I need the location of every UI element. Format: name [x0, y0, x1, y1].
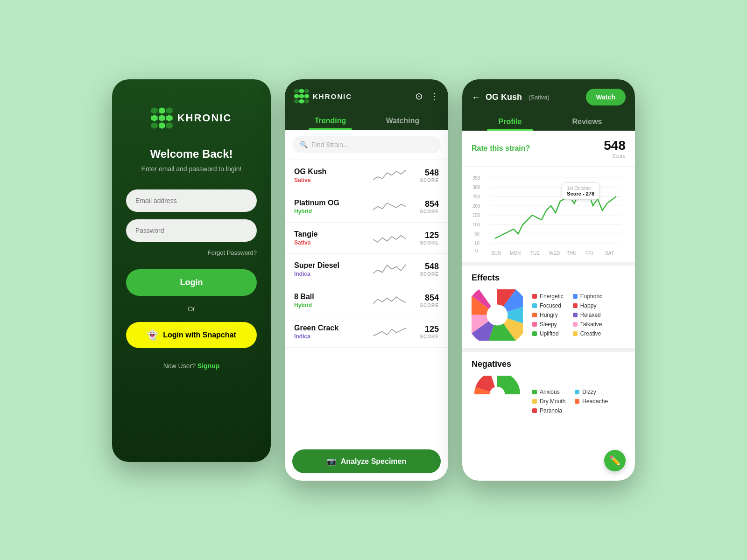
back-title: ← OG Kush (Sativa)	[472, 92, 550, 103]
legend-item: Dry Mouth	[532, 398, 565, 405]
search-bar-container: 🔍 Find Strain...	[285, 130, 448, 160]
analyze-specimen-button[interactable]: 📷 Analyze Specimen	[292, 449, 441, 473]
edit-fab-button[interactable]: ✏️	[604, 450, 626, 471]
strains-list: OG Kush Sativa 548 SCORE Platinum OG Hyb…	[285, 160, 448, 442]
tab-watching[interactable]: Watching	[366, 111, 439, 130]
list-item[interactable]: Green Crack Indica 125 SCORE	[285, 316, 448, 348]
trending-logo: KHRONIC	[294, 89, 352, 104]
legend-label: Headache	[582, 398, 608, 405]
back-arrow-icon[interactable]: ←	[472, 92, 481, 103]
score-label: SCORE	[413, 209, 439, 214]
strain-type: Hybrid	[294, 208, 366, 215]
legend-label: Creative	[580, 330, 601, 337]
welcome-title: Welcome Back!	[150, 147, 233, 161]
menu-icon[interactable]: ⋮	[430, 91, 439, 102]
line-chart-svg: 350 300 250 200 150 100 50 10 0 SUN MON	[470, 173, 627, 257]
hex-4	[151, 115, 158, 121]
legend-dot	[532, 390, 537, 394]
welcome-subtitle: Enter email and password to login!	[141, 165, 242, 173]
profile-screen: ← OG Kush (Sativa) Watch Profile Reviews…	[462, 79, 635, 481]
line-chart-container: 350 300 250 200 150 100 50 10 0 SUN MON	[470, 173, 627, 257]
score-display: 548 Score	[604, 138, 626, 159]
score-label: SCORE	[413, 272, 439, 277]
score-label: SCORE	[413, 240, 439, 245]
profile-header: ← OG Kush (Sativa) Watch Profile Reviews	[462, 79, 635, 131]
search-placeholder: Find Strain...	[311, 141, 348, 148]
strain-score: 548 SCORE	[413, 262, 439, 277]
header-icons: ⊙ ⋮	[415, 91, 439, 102]
strain-score: 854 SCORE	[413, 293, 439, 308]
negatives-section: Negatives	[462, 352, 635, 434]
list-item[interactable]: Super Diesel Indica 548 SCORE	[285, 254, 448, 285]
logo-hexagons	[151, 107, 173, 129]
hex-3	[166, 107, 173, 114]
strain-score: 854 SCORE	[413, 199, 439, 214]
password-field[interactable]	[126, 219, 257, 242]
legend-dot	[573, 331, 578, 336]
score-label: SCORE	[413, 178, 439, 183]
legend-dot	[532, 294, 537, 299]
legend-label: Talkative	[580, 321, 602, 328]
strain-type-badge: (Sativa)	[529, 94, 550, 101]
hex-8	[159, 122, 165, 129]
tab-profile[interactable]: Profile	[472, 112, 549, 131]
hex-1	[151, 107, 158, 114]
legend-label: Dry Mouth	[540, 398, 565, 405]
strain-score: 125 SCORE	[413, 231, 439, 245]
score-label: SCORE	[413, 334, 439, 339]
list-item[interactable]: Platinum OG Hybrid 854 SCORE	[285, 191, 448, 223]
login-button[interactable]: Login	[126, 269, 257, 296]
svg-text:300: 300	[472, 185, 480, 190]
negatives-title: Negatives	[472, 359, 626, 369]
svg-text:350: 350	[472, 175, 480, 181]
strain-sparkline	[373, 262, 406, 276]
legend-label: Anxious	[540, 389, 560, 395]
effects-legend: Energetic Euphoric Focused Happy Hungry …	[532, 293, 604, 337]
legend-label: Relaxed	[580, 312, 601, 318]
trending-header: KHRONIC ⊙ ⋮ Trending Watching	[285, 79, 448, 130]
score-number: 548	[413, 262, 439, 272]
effects-pie-chart	[472, 289, 523, 341]
list-item[interactable]: Tangie Sativa 125 SCORE	[285, 223, 448, 254]
signup-link[interactable]: Signup	[197, 362, 219, 370]
tab-reviews[interactable]: Reviews	[549, 112, 626, 131]
strain-type: Hybrid	[294, 302, 366, 308]
strain-type: Indica	[294, 271, 366, 277]
profile-content: Rate this strain? 548 Score	[462, 131, 635, 434]
legend-label: Paranoia	[540, 407, 562, 414]
forgot-password-link[interactable]: Forgot Password?	[208, 249, 257, 256]
legend-item: Talkative	[573, 321, 604, 328]
strain-info: Tangie Sativa	[294, 230, 366, 246]
list-item[interactable]: OG Kush Sativa 548 SCORE	[285, 160, 448, 191]
legend-item: Paranoia	[532, 407, 565, 414]
svg-text:THU: THU	[567, 251, 577, 256]
user-icon[interactable]: ⊙	[415, 91, 423, 102]
tooltip-date: 1st October	[567, 186, 594, 191]
effects-content: Energetic Euphoric Focused Happy Hungry …	[472, 289, 626, 341]
negatives-content: Anxious Dizzy Dry Mouth Headache Paranoi…	[472, 376, 626, 427]
snapchat-login-button[interactable]: 👻 Login with Snapchat	[126, 322, 257, 348]
legend-item: Creative	[573, 330, 604, 337]
snapchat-icon: 👻	[147, 329, 158, 341]
strain-sparkline	[373, 168, 406, 182]
strain-score: 548 SCORE	[413, 168, 439, 183]
negatives-pie-svg	[472, 376, 523, 413]
legend-label: Dizzy	[582, 389, 596, 395]
strain-sparkline	[373, 231, 406, 245]
strain-name: Green Crack	[294, 324, 366, 332]
strain-title: OG Kush	[486, 92, 522, 102]
watch-button[interactable]: Watch	[586, 89, 626, 105]
screens-container: KHRONIC Welcome Back! Enter email and pa…	[70, 79, 677, 481]
score-number: 548	[413, 168, 439, 178]
strain-type: Sativa	[294, 177, 366, 183]
search-bar[interactable]: 🔍 Find Strain...	[292, 136, 441, 153]
tab-trending[interactable]: Trending	[294, 111, 366, 130]
legend-item: Sleepy	[532, 321, 564, 328]
svg-text:0: 0	[475, 248, 478, 253]
list-item[interactable]: 8 Ball Hybrid 854 SCORE	[285, 285, 448, 316]
email-field[interactable]	[126, 189, 257, 212]
chart-tooltip: 1st October Score - 278	[562, 182, 599, 200]
legend-dot	[575, 399, 579, 404]
legend-dot	[532, 322, 537, 327]
rate-text[interactable]: Rate this strain?	[472, 144, 530, 153]
